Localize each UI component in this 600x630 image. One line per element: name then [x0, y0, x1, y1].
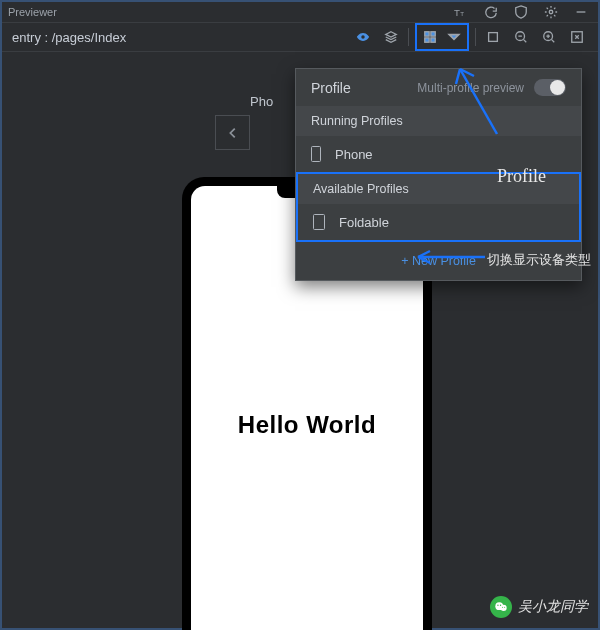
device-label: Pho — [250, 94, 273, 109]
expand-icon[interactable] — [566, 26, 588, 48]
titlebar-controls: TT — [450, 1, 592, 23]
entry-path: entry : /pages/Index — [12, 30, 126, 45]
wechat-icon — [490, 596, 512, 618]
svg-point-21 — [497, 605, 498, 606]
eye-icon[interactable] — [352, 26, 374, 48]
chevron-down-icon[interactable] — [443, 26, 465, 48]
svg-text:T: T — [460, 10, 464, 17]
phone-icon — [311, 146, 321, 162]
panel-title: Profile — [311, 80, 351, 96]
svg-point-22 — [500, 605, 501, 606]
gear-icon[interactable] — [540, 1, 562, 23]
foldable-icon — [313, 214, 325, 230]
arrow-to-switcher — [442, 54, 522, 144]
separator — [408, 28, 409, 46]
svg-rect-9 — [489, 33, 498, 42]
zoom-out-icon[interactable] — [510, 26, 532, 48]
svg-rect-7 — [425, 38, 429, 42]
refresh-icon[interactable] — [480, 1, 502, 23]
profile-item-label: Foldable — [339, 215, 389, 230]
profile-switcher-highlight — [415, 23, 469, 51]
layers-icon[interactable] — [380, 26, 402, 48]
separator — [475, 28, 476, 46]
annotation-profile: Profile — [497, 166, 546, 187]
arrow-to-foldable — [410, 247, 490, 267]
watermark-text: 吴小龙同学 — [518, 598, 588, 616]
grid-icon[interactable] — [419, 26, 441, 48]
svg-rect-8 — [431, 38, 435, 42]
minimize-icon[interactable] — [570, 1, 592, 23]
profile-item-label: Phone — [335, 147, 373, 162]
svg-point-23 — [502, 607, 503, 608]
window-title: Previewer — [8, 6, 57, 18]
app-content-text: Hello World — [238, 411, 376, 439]
annotation-switch-device: 切换显示设备类型 — [487, 252, 591, 269]
svg-point-20 — [501, 605, 507, 611]
shield-icon[interactable] — [510, 1, 532, 23]
nav-prev-button[interactable] — [215, 115, 250, 150]
zoom-in-icon[interactable] — [538, 26, 560, 48]
running-profiles-header: Running Profiles — [296, 106, 581, 136]
profile-item-foldable[interactable]: Foldable — [298, 204, 579, 240]
svg-rect-5 — [425, 32, 429, 36]
watermark: 吴小龙同学 — [490, 596, 588, 618]
toolbar — [352, 23, 588, 51]
svg-point-4 — [361, 35, 365, 39]
svg-point-24 — [504, 607, 505, 608]
svg-line-11 — [524, 40, 527, 43]
multi-profile-toggle[interactable] — [534, 79, 566, 96]
crop-icon[interactable] — [482, 26, 504, 48]
svg-line-14 — [552, 40, 555, 43]
svg-point-2 — [549, 10, 553, 14]
font-size-icon[interactable]: TT — [450, 1, 472, 23]
svg-rect-6 — [431, 32, 435, 36]
svg-text:T: T — [454, 7, 460, 18]
